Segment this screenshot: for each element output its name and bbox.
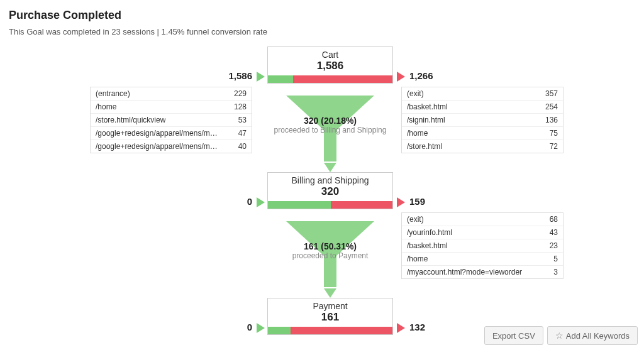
- add-all-keywords-button[interactable]: ☆ Add All Keywords: [547, 326, 638, 345]
- step-name: Billing and Shipping: [268, 175, 392, 185]
- export-csv-button[interactable]: Export CSV: [484, 326, 543, 345]
- arrow-out-icon: [397, 197, 405, 207]
- flow-count: 320 (20.18%): [267, 116, 393, 126]
- funnel-step: 0 Billing and Shipping 320 159 (exit)68 …: [0, 172, 644, 222]
- step-out-count: 159: [409, 196, 425, 207]
- flow-sub: proceeded to Payment: [267, 251, 393, 260]
- flow-arrow-icon: [324, 163, 336, 172]
- page-title: Purchase Completed: [9, 9, 635, 22]
- add-all-keywords-label: Add All Keywords: [566, 331, 630, 341]
- flow-sub: proceeded to Billing and Shipping: [267, 126, 393, 134]
- step-bar: [268, 201, 392, 209]
- step-out-count: 1,266: [409, 70, 433, 81]
- page-subtitle: This Goal was completed in 23 sessions |…: [9, 27, 635, 36]
- funnel-flow: 320 (20.18%) proceeded to Billing and Sh…: [0, 97, 644, 172]
- funnel-flow: 161 (50.31%) proceeded to Payment: [0, 222, 644, 298]
- step-count: 161: [268, 311, 392, 324]
- step-count: 1,586: [268, 60, 392, 72]
- step-in-count: 0: [247, 322, 252, 332]
- step-count: 320: [268, 185, 392, 198]
- step-bar: [268, 75, 392, 83]
- arrow-in-icon: [257, 197, 265, 207]
- flow-arrow-icon: [324, 288, 336, 298]
- funnel-diagram: 1,586 Cart 1,586 1,266 (entrance)229 /ho…: [0, 46, 644, 348]
- star-icon: ☆: [555, 331, 564, 341]
- arrow-in-icon: [257, 72, 265, 82]
- step-box: Cart 1,586: [267, 46, 393, 84]
- step-name: Payment: [268, 301, 392, 311]
- step-box: Payment 161: [267, 298, 393, 335]
- step-in-count: 0: [247, 196, 252, 207]
- step-bar: [268, 327, 392, 334]
- step-in-count: 1,586: [228, 70, 252, 81]
- arrow-out-icon: [397, 72, 405, 82]
- step-out-count: 132: [409, 322, 425, 332]
- step-name: Cart: [268, 50, 392, 60]
- funnel-step: 1,586 Cart 1,586 1,266 (entrance)229 /ho…: [0, 46, 644, 97]
- arrow-out-icon: [397, 323, 405, 333]
- flow-count: 161 (50.31%): [267, 241, 393, 251]
- step-box: Billing and Shipping 320: [267, 172, 393, 209]
- arrow-in-icon: [257, 323, 265, 333]
